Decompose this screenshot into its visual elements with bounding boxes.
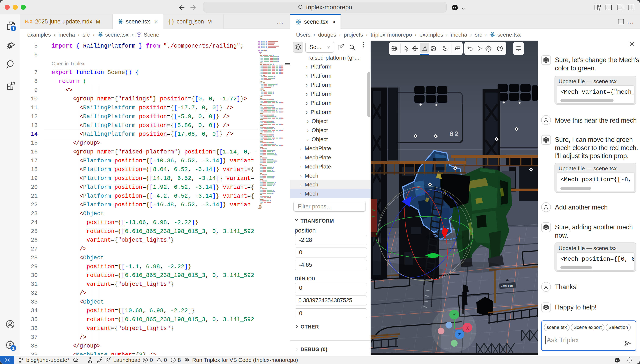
svg-text:X: X	[466, 326, 469, 330]
svg-text:Z: Z	[458, 332, 461, 337]
svg-text:CAUTION: CAUTION	[501, 285, 513, 288]
svg-text:Y: Y	[453, 312, 456, 317]
svg-text:02: 02	[449, 130, 459, 138]
